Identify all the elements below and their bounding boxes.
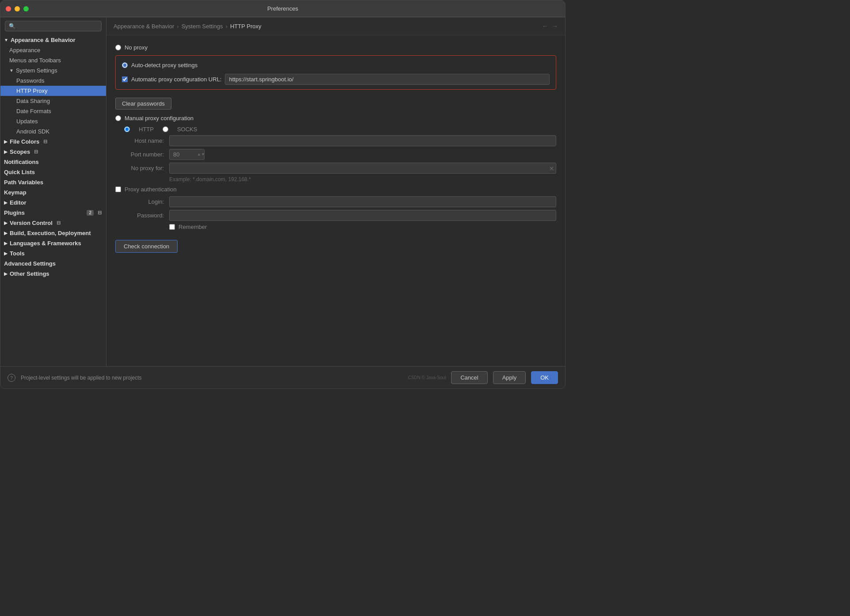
auto-detect-label[interactable]: Auto-detect proxy settings xyxy=(131,62,197,68)
port-number-label: Port number: xyxy=(115,151,164,158)
manual-proxy-radio[interactable] xyxy=(115,115,121,121)
port-number-input[interactable] xyxy=(173,151,195,158)
auto-config-url-label[interactable]: Automatic proxy configuration URL: xyxy=(131,76,221,83)
proxy-auth-checkbox[interactable] xyxy=(115,186,121,192)
login-row: Login: xyxy=(115,196,556,207)
sidebar-item-label: Keymap xyxy=(4,189,27,196)
remember-row: Remember xyxy=(169,224,556,230)
check-connection-button[interactable]: Check connection xyxy=(115,240,178,253)
sidebar-item-plugins[interactable]: Plugins 2 ⊟ xyxy=(0,208,106,218)
clear-passwords-button[interactable]: Clear passwords xyxy=(115,98,171,110)
settings-icon: ⊟ xyxy=(57,220,61,226)
expand-icon: ▶ xyxy=(4,221,8,225)
auto-detect-box: Auto-detect proxy settings Automatic pro… xyxy=(115,55,556,90)
cancel-button[interactable]: Cancel xyxy=(451,371,487,384)
breadcrumb-part-2: System Settings xyxy=(182,23,223,30)
sidebar-item-label: Version Control xyxy=(10,220,53,226)
sidebar-item-label: Plugins xyxy=(4,209,25,216)
sidebar-item-http-proxy[interactable]: HTTP Proxy xyxy=(0,86,106,96)
sidebar-item-android-sdk[interactable]: Android SDK xyxy=(0,126,106,137)
sidebar-item-keymap[interactable]: Keymap xyxy=(0,187,106,198)
settings-icon: ⊟ xyxy=(98,210,102,216)
sidebar-item-date-formats[interactable]: Date Formats xyxy=(0,106,106,116)
sidebar-item-label: Build, Execution, Deployment xyxy=(10,230,91,236)
sidebar-item-appearance[interactable]: Appearance xyxy=(0,45,106,55)
sidebar-item-label: Advanced Settings xyxy=(4,260,56,267)
content-area: Appearance & Behavior › System Settings … xyxy=(106,17,565,366)
search-input[interactable] xyxy=(18,23,98,29)
help-icon[interactable]: ? xyxy=(8,374,15,382)
sidebar-item-advanced-settings[interactable]: Advanced Settings xyxy=(0,259,106,269)
socks-label[interactable]: SOCKS xyxy=(177,126,197,133)
sidebar-item-label: Languages & Frameworks xyxy=(10,240,81,247)
sidebar-item-tools[interactable]: ▶ Tools xyxy=(0,248,106,259)
sidebar-item-other-settings[interactable]: ▶ Other Settings xyxy=(0,269,106,279)
proxy-auth-row: Proxy authentication xyxy=(115,186,556,193)
sidebar-item-label: Notifications xyxy=(4,159,39,165)
footer-info-text: Project-level settings will be applied t… xyxy=(21,375,399,381)
sidebar-item-file-colors[interactable]: ▶ File Colors ⊟ xyxy=(0,137,106,147)
title-bar: Preferences xyxy=(0,0,565,17)
nav-back-icon[interactable]: ← xyxy=(542,23,548,30)
no-proxy-clear-icon[interactable]: ✕ xyxy=(549,165,554,171)
auto-detect-radio[interactable] xyxy=(122,62,128,68)
remember-checkbox[interactable] xyxy=(169,224,175,230)
minimize-button[interactable] xyxy=(15,6,20,11)
proxy-settings-panel: No proxy Auto-detect proxy settings Auto… xyxy=(106,35,565,366)
maximize-button[interactable] xyxy=(23,6,29,11)
sidebar-item-scopes[interactable]: ▶ Scopes ⊟ xyxy=(0,147,106,157)
sidebar-item-label: Path Variables xyxy=(4,179,43,186)
sidebar-item-menus-toolbars[interactable]: Menus and Toolbars xyxy=(0,55,106,65)
settings-icon: ⊟ xyxy=(34,149,38,155)
password-input[interactable] xyxy=(169,210,556,221)
login-input[interactable] xyxy=(169,196,556,207)
close-button[interactable] xyxy=(6,6,11,11)
proxy-auth-label[interactable]: Proxy authentication xyxy=(125,186,177,193)
sidebar-item-label: Data Sharing xyxy=(16,98,50,104)
no-proxy-radio[interactable] xyxy=(115,45,121,50)
http-radio[interactable] xyxy=(124,126,130,132)
sidebar-item-quick-lists[interactable]: Quick Lists xyxy=(0,167,106,177)
sidebar-item-label: Android SDK xyxy=(16,128,49,135)
expand-icon: ▼ xyxy=(4,38,8,42)
sidebar-item-label: Date Formats xyxy=(16,108,51,114)
manual-proxy-label[interactable]: Manual proxy configuration xyxy=(125,115,194,122)
sidebar-item-editor[interactable]: ▶ Editor xyxy=(0,198,106,208)
sidebar-item-data-sharing[interactable]: Data Sharing xyxy=(0,96,106,106)
window-title: Preferences xyxy=(267,5,298,12)
sidebar-item-build[interactable]: ▶ Build, Execution, Deployment xyxy=(0,228,106,238)
no-proxy-for-input[interactable] xyxy=(169,163,556,174)
apply-button[interactable]: Apply xyxy=(493,371,526,384)
http-label[interactable]: HTTP xyxy=(139,126,154,133)
breadcrumb-part-1: Appearance & Behavior xyxy=(114,23,174,30)
host-name-input[interactable] xyxy=(169,135,556,146)
ok-button[interactable]: OK xyxy=(531,371,558,384)
auto-config-url-checkbox[interactable] xyxy=(122,76,128,82)
port-stepper[interactable]: ▲▼ xyxy=(197,152,205,156)
socks-radio[interactable] xyxy=(163,126,168,132)
no-proxy-for-label: No proxy for: xyxy=(115,165,164,171)
sidebar-item-updates[interactable]: Updates xyxy=(0,116,106,126)
sidebar-item-path-variables[interactable]: Path Variables xyxy=(0,177,106,187)
sidebar-item-label: HTTP Proxy xyxy=(16,87,48,94)
sidebar-item-languages[interactable]: ▶ Languages & Frameworks xyxy=(0,238,106,248)
no-proxy-input-wrapper: ✕ xyxy=(169,163,556,174)
expand-icon: ▶ xyxy=(4,149,8,154)
sidebar-item-label: Menus and Toolbars xyxy=(9,57,61,64)
sidebar-item-version-control[interactable]: ▶ Version Control ⊟ xyxy=(0,218,106,228)
expand-icon: ▶ xyxy=(4,200,8,205)
expand-icon: ▶ xyxy=(4,241,8,246)
search-box[interactable]: 🔍 xyxy=(5,21,102,31)
remember-label[interactable]: Remember xyxy=(178,224,207,230)
sidebar-item-notifications[interactable]: Notifications xyxy=(0,157,106,167)
no-proxy-row: No proxy xyxy=(115,42,556,53)
proxy-url-input[interactable] xyxy=(225,74,550,85)
sidebar-item-system-settings[interactable]: ▼ System Settings xyxy=(0,65,106,76)
no-proxy-label[interactable]: No proxy xyxy=(125,44,148,51)
host-name-label: Host name: xyxy=(115,137,164,144)
sidebar-item-appearance-behavior[interactable]: ▼ Appearance & Behavior xyxy=(0,35,106,45)
password-label: Password: xyxy=(115,212,164,219)
nav-forward-icon[interactable]: → xyxy=(552,23,558,30)
no-proxy-for-row: No proxy for: ✕ xyxy=(115,163,556,174)
sidebar-item-passwords[interactable]: Passwords xyxy=(0,76,106,86)
